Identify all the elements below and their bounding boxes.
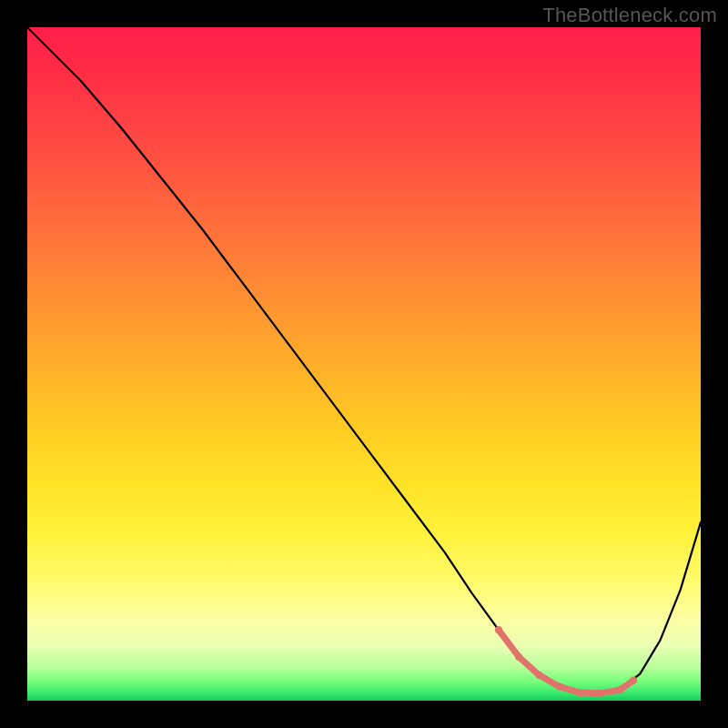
optimal-region-dot xyxy=(576,689,583,696)
optimal-region-dot xyxy=(515,653,522,661)
optimal-region-dot xyxy=(535,672,542,679)
optimal-region-markers xyxy=(495,626,637,697)
watermark-text: TheBottleneck.com xyxy=(542,4,717,27)
optimal-region-line xyxy=(499,630,633,693)
optimal-region-dot xyxy=(495,626,502,633)
optimal-region-dot xyxy=(555,682,562,690)
optimal-region-dot xyxy=(616,686,623,693)
optimal-region-dot xyxy=(630,677,637,684)
plot-area xyxy=(27,27,701,701)
chart-svg xyxy=(27,27,701,701)
chart-frame: TheBottleneck.com xyxy=(0,0,728,728)
bottleneck-curve xyxy=(27,27,701,693)
optimal-region-dot xyxy=(596,690,603,697)
